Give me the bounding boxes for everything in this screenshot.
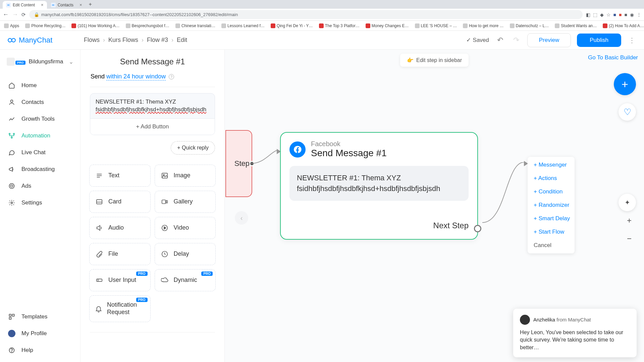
bookmark-item[interactable]: Datenschutz – L…: [508, 23, 550, 29]
ext-icon[interactable]: ◆: [600, 12, 604, 17]
flow-canvas[interactable]: 👉 Edit step in sidebar Go To Basic Build…: [225, 50, 644, 362]
bookmark-item[interactable]: Besprechungsbot f…: [124, 23, 171, 29]
dynamic-icon: [160, 276, 169, 285]
block-notification-request[interactable]: PRONotification Request: [89, 295, 151, 322]
sidebar-item-home[interactable]: Home: [0, 77, 80, 94]
close-icon[interactable]: ×: [79, 2, 82, 7]
new-tab-button[interactable]: +: [86, 0, 95, 9]
menu-item-cancel[interactable]: Cancel: [528, 239, 575, 252]
card-icon: [95, 197, 104, 206]
bookmark-item[interactable]: How to get more …: [462, 23, 505, 29]
block-card[interactable]: Card: [89, 191, 151, 213]
block-user-input[interactable]: PROUser Input: [89, 269, 151, 291]
preview-button[interactable]: Preview: [527, 33, 571, 47]
canvas-node-send-message[interactable]: Facebook Send Message #1 NEWSLETTER #1: …: [280, 132, 478, 240]
add-button[interactable]: + Add Button: [90, 119, 215, 135]
output-port[interactable]: [474, 225, 481, 232]
browser-tab[interactable]: ∞ Contacts ×: [48, 1, 86, 9]
block-audio[interactable]: Audio: [89, 217, 151, 239]
block-text[interactable]: Text: [89, 165, 151, 187]
browser-tab-active[interactable]: ∞ Edit Content ×: [3, 1, 47, 9]
more-icon[interactable]: ⋮: [627, 36, 637, 44]
star-icon[interactable]: ☆: [606, 12, 611, 17]
info-icon[interactable]: ?: [169, 74, 174, 79]
close-icon[interactable]: ×: [41, 2, 44, 7]
bookmark-item[interactable]: Phone Recycling…: [24, 23, 67, 29]
back-button[interactable]: ←: [3, 11, 9, 18]
sidebar-item-settings[interactable]: Settings: [0, 194, 80, 211]
megaphone-icon: [8, 166, 15, 173]
profile-icon[interactable]: ◉: [630, 12, 634, 17]
publish-button[interactable]: Publish: [577, 34, 621, 47]
bookmark-apps[interactable]: Apps: [3, 23, 20, 29]
menu-item-start-flow[interactable]: + Start Flow: [528, 225, 575, 239]
block-dynamic[interactable]: PRODynamic: [155, 269, 216, 291]
sidebar-item-profile[interactable]: My Profile: [0, 325, 80, 342]
sidebar-item-templates[interactable]: Templates: [0, 308, 80, 325]
block-file[interactable]: File: [89, 243, 151, 265]
bookmark-item[interactable]: Chinese translati…: [174, 23, 217, 29]
menu-item-messenger[interactable]: + Messenger: [528, 158, 575, 172]
message-preview[interactable]: NEWSLETTER #1: Thema XYZ fsidhbfjhsdbfjh…: [90, 93, 215, 135]
bookmark-item[interactable]: (101) How Working A…: [70, 23, 121, 29]
basic-builder-link[interactable]: Go To Basic Builder: [588, 54, 638, 61]
zoom-out-button[interactable]: −: [623, 232, 636, 245]
bookmark-item[interactable]: Student Wants an…: [553, 23, 598, 29]
block-video[interactable]: Video: [155, 217, 216, 239]
menu-item-smart-delay[interactable]: + Smart Delay: [528, 212, 575, 225]
forward-button[interactable]: →: [12, 11, 18, 18]
menu-item-actions[interactable]: + Actions: [528, 172, 575, 185]
app-logo[interactable]: ManyChat: [7, 36, 78, 45]
bookmark-label: How to get more …: [469, 23, 503, 28]
svg-point-13: [12, 352, 12, 352]
add-step-fab[interactable]: +: [614, 73, 636, 95]
bookmark-item[interactable]: Money Changes E…: [364, 23, 410, 29]
breadcrumb-item[interactable]: Flow #3: [147, 37, 168, 44]
undo-button[interactable]: ↶: [495, 36, 505, 45]
svg-point-7: [11, 185, 13, 187]
support-chat-popup[interactable]: Anzhelika from ManyChat Hey Leon, You've…: [513, 309, 637, 357]
sidebar-item-automation[interactable]: Automation: [0, 127, 80, 144]
bookmark-item[interactable]: The Top 3 Platfor…: [318, 23, 361, 29]
url-input[interactable]: 🔒 manychat.com/fb198150208192018/cms/fil…: [29, 10, 583, 19]
magic-fab[interactable]: ✦: [619, 194, 636, 211]
sidebar-item-broadcasting[interactable]: Broadcasting: [0, 161, 80, 178]
menu-icon[interactable]: ⋮: [637, 12, 641, 17]
sidebar-item-growth[interactable]: Growth Tools: [0, 111, 80, 127]
sidebar-item-contacts[interactable]: Contacts: [0, 94, 80, 111]
redo-button[interactable]: ↷: [511, 36, 521, 45]
block-delay[interactable]: Delay: [155, 243, 216, 265]
sidebar-item-ads[interactable]: Ads: [0, 178, 80, 194]
bookmark-item[interactable]: Lessons Learned f…: [220, 23, 266, 29]
send-window-link[interactable]: within 24 hour window: [106, 73, 166, 80]
help-icon: [8, 347, 15, 354]
previous-step-node[interactable]: Step: [225, 130, 252, 197]
breadcrumb-item[interactable]: Kurs Flows: [108, 37, 138, 44]
ext-icon[interactable]: ■: [619, 12, 622, 17]
sidebar-item-help[interactable]: Help: [0, 342, 80, 359]
org-switcher[interactable]: PRO Bildungsfirma ⌄: [0, 53, 80, 70]
bookmark-icon: [71, 23, 76, 28]
next-step-port[interactable]: Next Step: [289, 221, 469, 230]
zoom-in-button[interactable]: +: [623, 214, 636, 227]
menu-item-randomizer[interactable]: + Randomizer: [528, 198, 575, 212]
bookmark-item[interactable]: Qing Fei De Yi - Y…: [269, 23, 314, 29]
edit-in-sidebar-button[interactable]: 👉 Edit step in sidebar: [400, 54, 469, 67]
svg-rect-9: [9, 314, 11, 316]
breadcrumb-item[interactable]: Flows: [84, 37, 100, 44]
favorite-fab[interactable]: ♡: [619, 103, 636, 121]
bookmark-item[interactable]: LEE 'S HOUSE – …: [414, 23, 459, 29]
ext-icon[interactable]: ■: [613, 12, 616, 17]
menu-item-condition[interactable]: + Condition: [528, 185, 575, 198]
block-gallery[interactable]: Gallery: [155, 191, 216, 213]
quick-reply-button[interactable]: + Quick reply: [171, 141, 215, 155]
message-text[interactable]: NEWSLETTER #1: Thema XYZ fsidhbfjhsdbfjh…: [90, 94, 215, 119]
reload-button[interactable]: ⟳: [21, 12, 26, 18]
ext-icon[interactable]: ◧: [586, 12, 590, 17]
collapse-button[interactable]: ‹: [235, 211, 248, 225]
block-image[interactable]: Image: [155, 165, 216, 187]
bookmark-item[interactable]: (2) How To Add A…: [601, 23, 644, 29]
sidebar-item-livechat[interactable]: Live Chat: [0, 144, 80, 161]
ext-icon[interactable]: ■: [625, 12, 627, 17]
ext-icon[interactable]: ⬚: [593, 12, 597, 17]
